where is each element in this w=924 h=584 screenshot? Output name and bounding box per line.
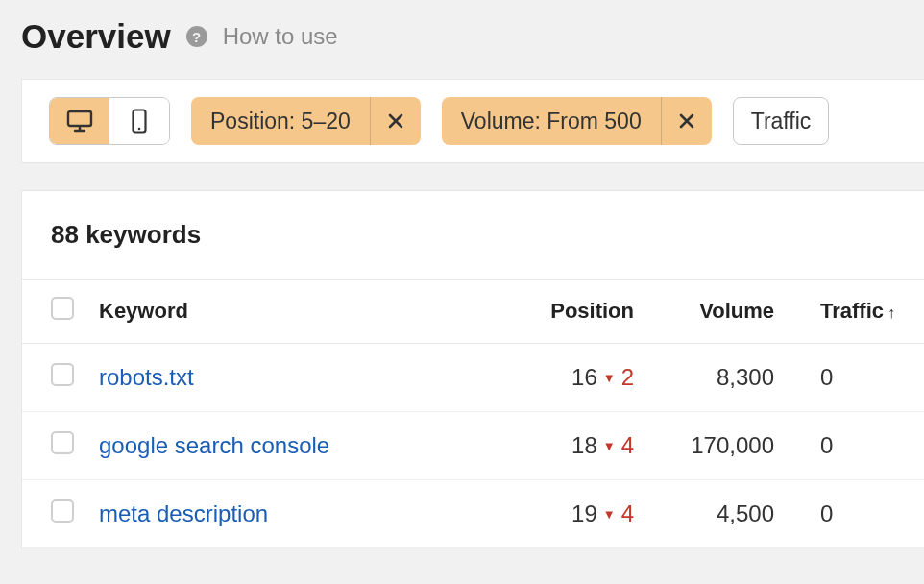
help-icon[interactable]: ? (186, 26, 207, 47)
position-cell: 18 ▼ 4 (571, 432, 634, 459)
desktop-icon (66, 110, 93, 133)
filter-chip-position-label[interactable]: Position: 5–20 (191, 97, 371, 145)
position-delta: 2 (621, 364, 634, 391)
sort-asc-icon: ↑ (888, 304, 895, 321)
row-checkbox[interactable] (51, 363, 74, 386)
filter-chip-position: Position: 5–20 (191, 97, 421, 145)
position-delta: 4 (621, 500, 634, 527)
volume-cell: 4,500 (645, 480, 790, 548)
column-header-traffic[interactable]: Traffic↑ (790, 280, 924, 344)
svg-point-4 (138, 128, 141, 131)
trend-down-icon: ▼ (603, 507, 616, 522)
keyword-link[interactable]: meta description (99, 500, 268, 526)
volume-cell: 8,300 (645, 344, 790, 412)
volume-cell: 170,000 (645, 412, 790, 480)
keywords-table: Keyword Position Volume Traffic↑ robots.… (22, 279, 924, 548)
keywords-panel: 88 keywords Keyword Position Volume Traf… (21, 190, 924, 548)
close-icon (387, 112, 404, 130)
svg-rect-0 (68, 111, 91, 126)
trend-down-icon: ▼ (603, 371, 616, 385)
filter-chip-position-remove[interactable] (371, 97, 421, 145)
position-cell: 16 ▼ 2 (571, 364, 634, 391)
traffic-cell: 0 (790, 480, 924, 548)
column-header-volume[interactable]: Volume (645, 280, 790, 344)
keyword-link[interactable]: google search console (99, 432, 329, 458)
filter-chip-volume-label[interactable]: Volume: From 500 (442, 97, 662, 145)
how-to-use-link[interactable]: How to use (223, 23, 338, 50)
keywords-summary: 88 keywords (22, 191, 924, 279)
position-value: 18 (571, 432, 597, 459)
table-row: meta description 19 ▼ 4 4,500 0 (22, 480, 924, 548)
position-delta: 4 (621, 432, 634, 459)
device-toggle (49, 97, 170, 145)
position-cell: 19 ▼ 4 (571, 500, 634, 527)
page-title: Overview (21, 17, 171, 56)
traffic-dropdown[interactable]: Traffic (733, 97, 830, 145)
row-checkbox[interactable] (51, 431, 74, 454)
traffic-cell: 0 (790, 344, 924, 412)
trend-down-icon: ▼ (603, 439, 616, 453)
filter-bar: Position: 5–20 Volume: From 500 Traffic (21, 79, 924, 163)
mobile-icon (132, 109, 147, 134)
traffic-cell: 0 (790, 412, 924, 480)
traffic-dropdown-label: Traffic (751, 109, 812, 134)
device-desktop-button[interactable] (50, 98, 109, 144)
row-checkbox[interactable] (51, 499, 74, 523)
column-header-keyword[interactable]: Keyword (85, 280, 501, 344)
table-row: robots.txt 16 ▼ 2 8,300 0 (22, 344, 924, 412)
filter-chip-volume-remove[interactable] (662, 97, 712, 145)
table-row: google search console 18 ▼ 4 170,000 0 (22, 412, 924, 480)
keyword-link[interactable]: robots.txt (99, 364, 194, 390)
device-mobile-button[interactable] (109, 98, 169, 144)
column-header-position[interactable]: Position (501, 280, 645, 344)
column-header-traffic-label: Traffic (820, 299, 884, 323)
position-value: 16 (571, 364, 597, 391)
filter-chip-volume: Volume: From 500 (442, 97, 712, 145)
position-value: 19 (571, 500, 597, 527)
select-all-checkbox[interactable] (51, 297, 74, 320)
close-icon (678, 112, 695, 130)
